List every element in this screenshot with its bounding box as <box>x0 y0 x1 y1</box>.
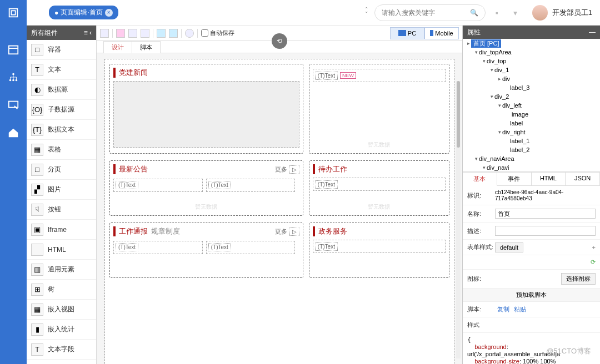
text-token[interactable]: (T)Text <box>315 72 338 80</box>
card-announce[interactable]: 最新公告更多▷ (T)Text (T)Text 暂无数据 <box>109 160 303 216</box>
screen-icon[interactable] <box>7 99 19 111</box>
text-token[interactable]: (T)Text <box>116 181 138 189</box>
dom-node[interactable]: label_3 <box>463 83 600 92</box>
autosave-checkbox[interactable]: 自动保存 <box>201 29 234 37</box>
search-box: 🔍 <box>374 4 486 21</box>
design-canvas[interactable]: 党建新闻 (T)TextNEW 暂无数据 最新公告更多▷ (T)Text (T <box>104 59 454 364</box>
dom-node[interactable]: ▾ div_2 <box>463 92 600 101</box>
subtab-script[interactable]: 脚本 <box>132 41 161 53</box>
palette-item-label: 按钮 <box>48 205 61 214</box>
dom-node[interactable]: label <box>463 119 600 128</box>
subtab-design[interactable]: 设计 <box>103 41 132 53</box>
palette-item[interactable]: ⊞树 <box>27 280 96 300</box>
tb-copy-icon[interactable] <box>157 29 166 38</box>
palette-item[interactable]: T文本 <box>27 60 96 80</box>
add-icon[interactable]: + <box>592 244 596 251</box>
dom-node[interactable]: ▸ div <box>463 74 600 83</box>
palette-title: 所有组件 <box>31 28 58 38</box>
copy-link[interactable]: 复制 <box>497 306 509 312</box>
palette-item[interactable]: ▞图片 <box>27 180 96 200</box>
org-icon[interactable] <box>7 71 19 83</box>
palette-item[interactable]: {O}子数据源 <box>27 100 96 120</box>
menu-icon[interactable]: ≡ ‹ <box>84 29 92 37</box>
dom-node[interactable]: ▸ 首页 [PC] <box>463 39 600 48</box>
dom-node[interactable]: label_2 <box>463 145 600 154</box>
device-tab-pc[interactable]: PC <box>390 27 424 39</box>
username: 开发部员工1 <box>552 8 592 18</box>
scrollbar[interactable] <box>456 81 461 358</box>
palette-item[interactable]: ▦表格 <box>27 140 96 160</box>
card-news-side[interactable]: (T)TextNEW 暂无数据 <box>309 64 449 154</box>
palette-item[interactable]: HTML <box>27 240 96 260</box>
card-news[interactable]: 党建新闻 <box>109 64 303 154</box>
dom-tree[interactable]: ▸ 首页 [PC]▾ div_topArea▾ div_top▾ div_1▸ … <box>463 39 600 172</box>
search-icon[interactable]: 🔍 <box>470 9 478 17</box>
text-token[interactable]: (T)Text <box>208 243 231 251</box>
text-token[interactable]: (T)Text <box>315 242 338 251</box>
prop-name-input[interactable] <box>495 209 596 219</box>
prop-desc-input[interactable] <box>495 226 596 236</box>
palette-item[interactable]: ◐数据源 <box>27 80 96 100</box>
page-tab-dot: ● <box>54 9 58 17</box>
palette-item[interactable]: ▣Iframe <box>27 220 96 240</box>
tb-new-icon[interactable] <box>141 29 149 38</box>
more-link[interactable]: 更多 <box>275 228 287 236</box>
image-placeholder[interactable] <box>113 81 299 148</box>
calendar-icon[interactable] <box>7 43 19 55</box>
canvas-scroll[interactable]: 党建新闻 (T)TextNEW 暂无数据 最新公告更多▷ (T)Text (T <box>97 53 462 364</box>
palette-item[interactable]: {T}数据文本 <box>27 120 96 140</box>
dom-node[interactable]: ▾ div_naviArea <box>463 154 600 163</box>
paste-link[interactable]: 粘贴 <box>514 306 526 312</box>
dom-node[interactable]: ▾ div_navi <box>463 163 600 172</box>
refresh-button[interactable]: ⟲ <box>272 33 287 49</box>
tb-save-icon[interactable] <box>100 29 109 38</box>
page-tab[interactable]: ● 页面编辑·首页 × <box>49 6 118 19</box>
home-icon[interactable] <box>7 127 19 139</box>
prop-tab-事件[interactable]: 事件 <box>497 172 532 185</box>
card-report[interactable]: 工作通报 规章制度 更多▷ (T)Text (T)Text <box>109 223 303 278</box>
close-icon[interactable]: × <box>105 9 113 17</box>
device-tab-mobile[interactable]: Mobile <box>424 27 459 39</box>
prop-id-value: cb124bee-96ad-4aac-9a04-717a4580eb43 <box>495 189 596 201</box>
prop-tab-基本[interactable]: 基本 <box>463 172 497 186</box>
palette-item[interactable]: T文本字段 <box>27 340 96 360</box>
refresh-small-icon[interactable]: ⟳ <box>591 259 596 266</box>
palette-item[interactable]: □容器 <box>27 40 96 60</box>
dom-node[interactable]: ▾ div_1 <box>463 65 600 74</box>
more-link[interactable]: 更多 <box>275 165 287 174</box>
dom-node[interactable]: image <box>463 110 600 119</box>
tb-help-icon[interactable] <box>185 29 194 38</box>
palette-item[interactable]: ▥通用元素 <box>27 260 96 280</box>
choose-icon-button[interactable]: 选择图标 <box>561 273 596 285</box>
updown-icon[interactable]: ˆˇ <box>366 8 368 17</box>
dom-node[interactable]: label_1 <box>463 136 600 145</box>
text-token[interactable]: (T)Text <box>116 243 138 251</box>
prop-tab-HTML[interactable]: HTML <box>532 172 566 185</box>
text-token[interactable]: (T)Text <box>315 180 338 189</box>
collapse-icon[interactable]: — <box>589 28 596 36</box>
palette-item[interactable]: □分页 <box>27 160 96 180</box>
palette-item[interactable]: ▦嵌入视图 <box>27 300 96 320</box>
palette-item[interactable]: ▮嵌入统计 <box>27 320 96 340</box>
tb-print-icon[interactable] <box>128 29 137 38</box>
text-token[interactable]: (T)Text <box>208 181 231 189</box>
palette-list: □容器T文本◐数据源{O}子数据源{T}数据文本▦表格□分页▞图片☟按钮▣Ifr… <box>27 40 96 364</box>
palette-item[interactable]: ☟按钮 <box>27 200 96 220</box>
avatar[interactable] <box>532 5 548 21</box>
formstyle-value[interactable]: default <box>495 242 523 252</box>
tb-paste-icon[interactable] <box>169 29 178 38</box>
card-todo[interactable]: 待办工作 (T)Text 暂无数据 <box>309 160 449 216</box>
shirt-icon[interactable]: ▾ <box>513 8 524 17</box>
search-input[interactable] <box>382 9 470 17</box>
prop-tab-JSON[interactable]: JSON <box>566 172 600 185</box>
chat-icon[interactable]: ▪ <box>496 8 507 17</box>
dom-node[interactable]: ▾ div_topArea <box>463 48 600 57</box>
dom-node[interactable]: ▾ div_left <box>463 101 600 110</box>
dom-node[interactable]: ▾ div_right <box>463 128 600 136</box>
app-logo[interactable] <box>0 0 27 26</box>
dom-node[interactable]: ▾ div_top <box>463 57 600 65</box>
palette-item-icon: ▥ <box>31 264 43 276</box>
card-gov[interactable]: 政务服务 (T)Text <box>309 223 449 278</box>
palette-item-icon: ⊞ <box>31 284 43 296</box>
tb-preview-icon[interactable] <box>116 29 125 38</box>
